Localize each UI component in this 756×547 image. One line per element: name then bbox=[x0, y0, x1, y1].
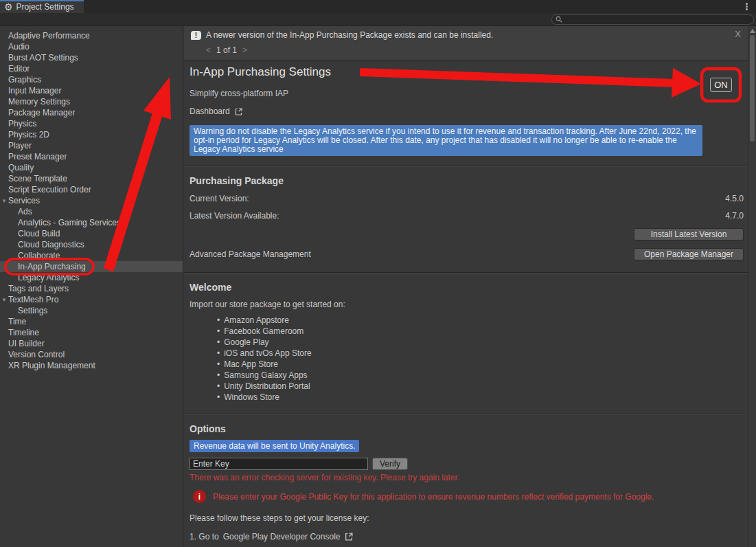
search-icon bbox=[555, 16, 563, 23]
sidebar-item[interactable]: ▼ Cloud Build bbox=[0, 228, 183, 239]
gear-icon: ⚙ bbox=[4, 2, 13, 12]
pager-next-button[interactable]: > bbox=[242, 45, 247, 55]
foldout-triangle-icon[interactable]: ▼ bbox=[1, 198, 8, 204]
welcome-heading: Welcome bbox=[190, 282, 745, 293]
section-divider bbox=[184, 414, 748, 414]
pager-prev-button[interactable]: < bbox=[206, 45, 211, 55]
page-title: In-App Purchasing Settings bbox=[190, 65, 745, 79]
sidebar-item[interactable]: ▼ Package Manager bbox=[0, 107, 183, 118]
sidebar-item-label: Cloud Diagnostics bbox=[18, 240, 84, 249]
sidebar-item[interactable]: ▼ Player bbox=[0, 140, 183, 151]
external-link-icon[interactable] bbox=[234, 107, 243, 116]
sidebar-item-label: Version Control bbox=[8, 350, 65, 359]
google-key-input[interactable] bbox=[190, 458, 368, 470]
project-settings-window: ⚙ Project Settings ▼ Adaptive Performanc… bbox=[0, 0, 756, 547]
store-list-item: Facebook Gameroom bbox=[217, 326, 745, 337]
sidebar-item[interactable]: ▼ Adaptive Performance bbox=[0, 30, 183, 41]
sidebar-item[interactable]: ▼ Graphics bbox=[0, 74, 183, 85]
sidebar-item[interactable]: ▼ Scene Template bbox=[0, 173, 183, 184]
scroll-up-arrow-icon[interactable] bbox=[750, 29, 755, 33]
sidebar-item[interactable]: ▼ Services bbox=[0, 195, 183, 206]
sidebar-item[interactable]: ▼ TextMesh Pro bbox=[0, 294, 183, 305]
key-error-message: There was an error checking server for e… bbox=[190, 473, 745, 482]
sidebar-item-label: Timeline bbox=[8, 328, 39, 337]
store-list: Amazon Appstore Facebook Gameroom Google… bbox=[190, 315, 745, 403]
vertical-scrollbar[interactable] bbox=[748, 26, 756, 547]
open-package-manager-button[interactable]: Open Package Manager bbox=[634, 248, 744, 260]
sidebar-item-label: Time bbox=[8, 317, 26, 326]
sidebar-item[interactable]: ▼ Analytics - Gaming Services bbox=[0, 217, 183, 228]
on-toggle-button[interactable]: ON bbox=[710, 78, 732, 92]
tab-title: Project Settings bbox=[16, 2, 74, 12]
on-toggle-area: ON bbox=[702, 69, 740, 101]
banner-message: A newer version of the In-App Purchasing… bbox=[206, 30, 493, 40]
welcome-intro: Import our store package to get started … bbox=[190, 300, 745, 309]
foldout-triangle-icon[interactable]: ▼ bbox=[1, 297, 8, 303]
search-box[interactable] bbox=[551, 14, 754, 25]
sidebar-item-label: Package Manager bbox=[8, 108, 75, 118]
sidebar-item[interactable]: ▼ Physics 2D bbox=[0, 129, 183, 140]
sidebar-item-label: Physics bbox=[8, 119, 36, 129]
sidebar-item[interactable]: ▼ Audio bbox=[0, 41, 183, 52]
verify-button[interactable]: Verify bbox=[372, 458, 408, 470]
scrollbar-thumb[interactable] bbox=[750, 35, 755, 142]
store-list-item: Amazon Appstore bbox=[217, 315, 745, 326]
latest-version-value: 4.7.0 bbox=[725, 211, 744, 221]
sidebar-item[interactable]: ▼ Collaborate bbox=[0, 250, 183, 261]
sidebar-item-label: Quality bbox=[8, 163, 34, 172]
section-divider bbox=[184, 166, 748, 166]
pager-text: 1 of 1 bbox=[216, 45, 237, 55]
sidebar-item[interactable]: ▼ Ads bbox=[0, 206, 183, 217]
banner-close-button[interactable]: X bbox=[735, 29, 741, 39]
sidebar-item[interactable]: ▼ Input Manager bbox=[0, 85, 183, 96]
google-key-message: Please enter your Google Public Key for … bbox=[213, 492, 654, 502]
sidebar-item-label: UI Builder bbox=[8, 339, 45, 348]
store-list-item: Windows Store bbox=[217, 392, 745, 403]
toolbar bbox=[0, 13, 756, 26]
sidebar-item-label: Editor bbox=[8, 64, 30, 74]
sidebar-item[interactable]: ▼ XR Plugin Management bbox=[0, 360, 183, 371]
sidebar-item[interactable]: ▼ Memory Settings bbox=[0, 96, 183, 107]
sidebar-item[interactable]: ▼ Burst AOT Settings bbox=[0, 52, 183, 63]
sidebar-item-label: Settings bbox=[18, 306, 47, 315]
kebab-menu-icon[interactable] bbox=[742, 2, 751, 11]
main-panel: ! A newer version of the In-App Purchasi… bbox=[184, 26, 748, 547]
external-link-icon[interactable] bbox=[344, 532, 354, 542]
sidebar-item[interactable]: ▼ Settings bbox=[0, 305, 183, 316]
search-input[interactable] bbox=[563, 16, 750, 24]
sidebar-item[interactable]: ▼ Quality bbox=[0, 162, 183, 173]
sidebar-item[interactable]: ▼ Script Execution Order bbox=[0, 184, 183, 195]
sidebar-item-label: Burst AOT Settings bbox=[8, 53, 78, 63]
sidebar-item-label: Cloud Build bbox=[18, 229, 60, 238]
sidebar-item-label: Graphics bbox=[8, 75, 41, 85]
store-list-item: Unity Distribution Portal bbox=[217, 381, 745, 392]
update-notification-banner: ! A newer version of the In-App Purchasi… bbox=[184, 26, 748, 60]
sidebar-item[interactable]: ▼ Preset Manager bbox=[0, 151, 183, 162]
sidebar-item[interactable]: ▼ Tags and Layers bbox=[0, 283, 183, 294]
dashboard-link[interactable]: Dashboard bbox=[190, 107, 230, 116]
sidebar-item[interactable]: ▼ Timeline bbox=[0, 327, 183, 338]
sidebar-item-label: Audio bbox=[8, 42, 30, 52]
tab-project-settings[interactable]: ⚙ Project Settings bbox=[0, 0, 84, 13]
sidebar-item[interactable]: ▼ Legacy Analytics bbox=[0, 272, 183, 283]
store-list-item: Mac App Store bbox=[217, 359, 745, 370]
legacy-analytics-warning: Warning do not disable the Legacy Analyt… bbox=[190, 125, 702, 156]
sidebar-item[interactable]: ▼ Editor bbox=[0, 63, 183, 74]
sidebar-item[interactable]: ▼ Version Control bbox=[0, 349, 183, 360]
sidebar-item[interactable]: ▼ UI Builder bbox=[0, 338, 183, 349]
sidebar-item[interactable]: ▼ Physics bbox=[0, 118, 183, 129]
sidebar-item[interactable]: ▼ In-App Purchasing bbox=[0, 261, 183, 272]
install-latest-version-button[interactable]: Install Latest Version bbox=[634, 228, 744, 241]
step1-prefix: 1. Go to bbox=[190, 532, 219, 542]
google-play-console-link[interactable]: Google Play Developer Console bbox=[223, 532, 341, 542]
sidebar-item-label: Services bbox=[8, 196, 40, 205]
error-info-icon: i bbox=[193, 490, 206, 503]
purchasing-package-heading: Purchasing Package bbox=[190, 175, 745, 186]
store-list-item: Google Play bbox=[217, 337, 745, 348]
sidebar-item[interactable]: ▼ Cloud Diagnostics bbox=[0, 239, 183, 250]
sidebar-item-label: XR Plugin Management bbox=[8, 361, 95, 370]
iap-settings-content: In-App Purchasing Settings Simplify cros… bbox=[184, 60, 748, 547]
sidebar-item[interactable]: ▼ Time bbox=[0, 316, 183, 327]
sidebar-item-label: Preset Manager bbox=[8, 152, 67, 161]
analytics-notice-chip: Revenue data will be sent to Unity Analy… bbox=[190, 440, 359, 452]
